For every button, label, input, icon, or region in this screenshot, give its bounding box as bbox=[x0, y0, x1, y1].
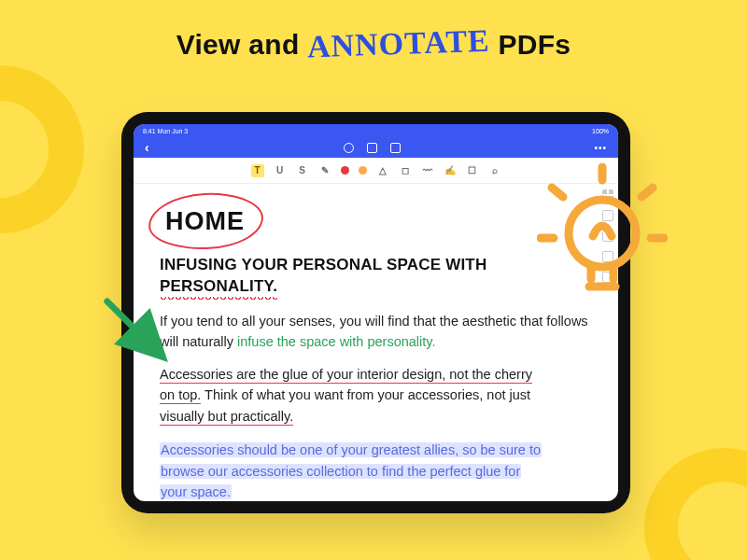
hero-headline: View and ANNOTATE PDFs bbox=[0, 0, 747, 62]
document-title-text: HOME bbox=[165, 207, 245, 235]
p2-line2a-underline: on top. bbox=[160, 387, 201, 404]
annotation-toolbar: T U S ✎ △ ◻ 〰 ✍ ☐ ⌕ bbox=[134, 158, 618, 184]
status-battery: 100% bbox=[592, 128, 609, 134]
color-orange-icon[interactable] bbox=[359, 166, 367, 175]
search-icon[interactable]: ⌕ bbox=[488, 164, 501, 177]
signature-icon[interactable]: ✍ bbox=[444, 164, 457, 177]
thumbnails-icon[interactable] bbox=[602, 189, 613, 201]
background-ring-right bbox=[644, 448, 747, 560]
p1-green-annotation: infuse the space with personality. bbox=[237, 334, 436, 349]
share-icon[interactable] bbox=[602, 272, 613, 283]
p2-line3-underline: visually but practically. bbox=[160, 409, 293, 426]
pen-icon[interactable]: ✎ bbox=[318, 164, 331, 177]
outline-icon[interactable] bbox=[602, 231, 613, 242]
status-bar: 8:41 Mon Jun 3 100% bbox=[134, 124, 618, 137]
freehand-icon[interactable]: 〰 bbox=[421, 164, 434, 177]
navbar-center bbox=[344, 143, 401, 153]
hero-part1: View and bbox=[176, 29, 308, 60]
document-subheading: INFUSING YOUR PERSONAL SPACE WITH PERSON… bbox=[160, 255, 592, 298]
shape-square-icon[interactable]: ◻ bbox=[399, 164, 412, 177]
squiggle-annotation: PERSONALITY. bbox=[160, 276, 277, 298]
p3-line3-highlight: your space. bbox=[160, 484, 232, 499]
p3-line2-highlight: browse our accessories collection to fin… bbox=[160, 464, 521, 479]
tablet-device: 8:41 Mon Jun 3 100% ‹ ••• T U S ✎ △ ◻ 〰 … bbox=[121, 112, 630, 513]
status-time: 8:41 Mon Jun 3 bbox=[143, 128, 188, 134]
paragraph-3: Accessories should be one of your greate… bbox=[160, 440, 592, 501]
bookmark-icon[interactable] bbox=[602, 210, 613, 221]
save-icon[interactable] bbox=[390, 143, 401, 153]
color-red-icon[interactable] bbox=[341, 166, 349, 175]
tablet-screen: 8:41 Mon Jun 3 100% ‹ ••• T U S ✎ △ ◻ 〰 … bbox=[134, 124, 618, 501]
p3-line1-highlight: Accessories should be one of your greate… bbox=[160, 442, 542, 457]
underline-icon[interactable]: U bbox=[274, 164, 287, 177]
p2-line2b: Think of what you want from your accesso… bbox=[201, 387, 530, 402]
back-button[interactable]: ‹ bbox=[145, 140, 149, 155]
text-mode-icon[interactable] bbox=[367, 143, 377, 153]
highlight-text-icon[interactable]: T bbox=[251, 164, 264, 177]
p2-line1-underline: Accessories are the glue of your interio… bbox=[160, 367, 532, 384]
document-title: HOME bbox=[160, 201, 250, 244]
paragraph-2: Accessories are the glue of your interio… bbox=[160, 364, 592, 427]
document-content: HOME INFUSING YOUR PERSONAL SPACE WITH P… bbox=[134, 184, 618, 501]
side-tool-rail bbox=[602, 189, 613, 283]
stamp-icon[interactable]: ☐ bbox=[466, 164, 479, 177]
shape-triangle-icon[interactable]: △ bbox=[376, 164, 389, 177]
notes-icon[interactable] bbox=[602, 251, 613, 262]
app-navbar: ‹ ••• bbox=[134, 137, 618, 158]
hero-annotate-word: ANNOTATE bbox=[307, 23, 491, 65]
cloud-icon[interactable] bbox=[344, 143, 354, 153]
subhead-line2: PERSONALITY. bbox=[160, 277, 277, 295]
more-button[interactable]: ••• bbox=[594, 143, 607, 153]
background-ring-left bbox=[0, 65, 84, 233]
hero-part2: PDFs bbox=[498, 29, 571, 60]
strike-icon[interactable]: S bbox=[296, 164, 309, 177]
subhead-line1: INFUSING YOUR PERSONAL SPACE WITH bbox=[160, 256, 486, 273]
paragraph-1: If you tend to all your senses, you will… bbox=[160, 311, 592, 353]
